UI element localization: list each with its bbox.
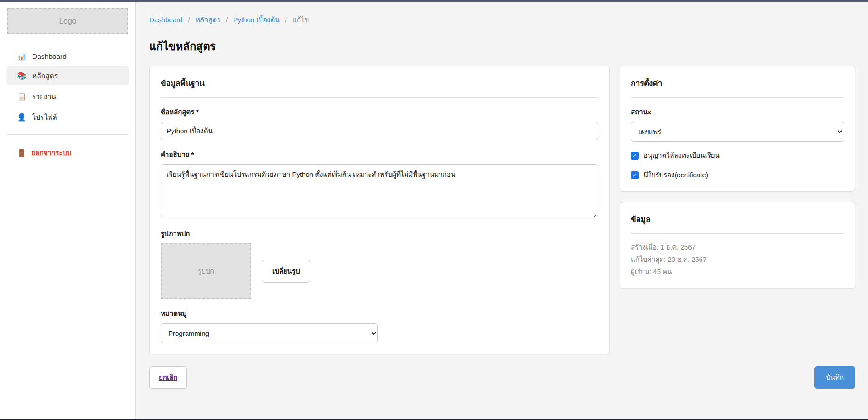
info-card-title: ข้อมูล [631,213,844,225]
change-image-button[interactable]: เปลี่ยนรูป [262,260,310,283]
card-divider [161,97,598,98]
sidebar-item-label: โปรไฟล์ [32,112,57,123]
status-select[interactable]: เผยแพร่ [631,122,844,142]
breadcrumb-link-courses[interactable]: หลักสูตร [196,16,220,24]
certificate-checkbox[interactable]: ✓ [631,171,639,179]
sidebar: Logo 📊 Dashboard 📚 หลักสูตร 📋 รายงาน 👤 โ… [0,2,136,419]
category-label: หมวดหมู่ [161,308,598,319]
course-name-label: ชื่อหลักสูตร * [161,107,598,118]
books-icon: 📚 [17,71,26,80]
right-column: การตั้งค่า สถานะ เผยแพร่ ✓ อนุญาตให้ลงทะ… [620,66,855,289]
breadcrumb: Dashboard / หลักสูตร / Python เบื้องต้น … [149,2,855,25]
cover-image-row: รูปปก เปลี่ยนรูป [161,243,598,299]
sidebar-item-reports[interactable]: 📋 รายงาน [6,87,129,106]
sidebar-item-label: Dashboard [32,52,67,61]
logo-text: Logo [59,17,76,26]
logout-label: ออกจากระบบ [31,147,72,158]
basic-info-card: ข้อมูลพื้นฐาน ชื่อหลักสูตร * คำอธิบาย * … [149,66,610,354]
description-label: คำอธิบาย * [161,149,598,160]
certificate-row: ✓ มีใบรับรอง(certificate) [631,170,844,180]
breadcrumb-separator: / [285,16,287,24]
certificate-label: มีใบรับรอง(certificate) [644,170,708,180]
cancel-button[interactable]: ยกเลิก [149,366,187,389]
info-lines: สร้างเมื่อ: 1 ธ.ค. 2567 แก้ไขล่าสุด: 20 … [631,241,844,278]
sidebar-item-dashboard[interactable]: 📊 Dashboard [6,48,129,65]
sidebar-item-label: รายงาน [32,91,56,102]
learner-count-text: ผู้เรียน: 45 คน [631,265,844,278]
allow-enrollment-label: อนุญาตให้ลงทะเบียนเรียน [644,150,720,161]
sidebar-item-label: หลักสูตร [32,70,58,81]
settings-card-title: การตั้งค่า [631,77,844,89]
sidebar-item-profile[interactable]: 👤 โปรไฟล์ [6,108,129,127]
card-divider [631,233,844,234]
breadcrumb-link-dashboard[interactable]: Dashboard [149,16,182,24]
cover-image-placeholder: รูปปก [161,243,251,299]
sidebar-nav: 📊 Dashboard 📚 หลักสูตร 📋 รายงาน 👤 โปรไฟล… [0,48,135,127]
app-frame: Logo 📊 Dashboard 📚 หลักสูตร 📋 รายงาน 👤 โ… [0,2,868,419]
footer-actions: ยกเลิก บันทึก [149,366,855,389]
sidebar-item-courses[interactable]: 📚 หลักสูตร [6,66,129,85]
allow-enrollment-row: ✓ อนุญาตให้ลงทะเบียนเรียน [631,150,844,161]
logo-placeholder: Logo [7,8,128,34]
course-name-input[interactable] [161,122,598,140]
bar-chart-icon: 📊 [17,52,26,61]
category-select[interactable]: Programming [161,323,378,343]
main-content: Dashboard / หลักสูตร / Python เบื้องต้น … [136,2,868,419]
content-grid: ข้อมูลพื้นฐาน ชื่อหลักสูตร * คำอธิบาย * … [149,66,855,354]
created-date-text: สร้างเมื่อ: 1 ธ.ค. 2567 [631,241,844,253]
door-icon: 🚪 [17,149,26,157]
cover-image-label: รูปภาพปก [161,228,598,239]
clipboard-icon: 📋 [17,92,26,101]
logout-link[interactable]: 🚪 ออกจากระบบ [6,145,129,161]
settings-card: การตั้งค่า สถานะ เผยแพร่ ✓ อนุญาตให้ลงทะ… [620,66,855,192]
breadcrumb-link-course[interactable]: Python เบื้องต้น [234,16,280,24]
description-textarea[interactable]: เรียนรู้พื้นฐานการเขียนโปรแกรมด้วยภาษา P… [161,164,598,217]
save-button[interactable]: บันทึก [814,366,855,389]
breadcrumb-separator: / [226,16,228,24]
card-divider [631,97,844,98]
sidebar-divider [7,134,128,135]
cover-placeholder-text: รูปปก [198,266,214,277]
cancel-button-label: ยกเลิก [159,373,177,381]
info-card: ข้อมูล สร้างเมื่อ: 1 ธ.ค. 2567 แก้ไขล่าส… [620,202,855,289]
allow-enrollment-checkbox[interactable]: ✓ [631,152,639,160]
basic-info-card-title: ข้อมูลพื้นฐาน [161,77,598,89]
breadcrumb-current: แก้ไข [292,16,309,24]
status-label: สถานะ [631,107,844,118]
person-icon: 👤 [17,113,26,122]
breadcrumb-separator: / [188,16,190,24]
last-edited-text: แก้ไขล่าสุด: 20 ธ.ค. 2567 [631,253,844,265]
page-title: แก้ไขหลักสูตร [149,38,855,55]
